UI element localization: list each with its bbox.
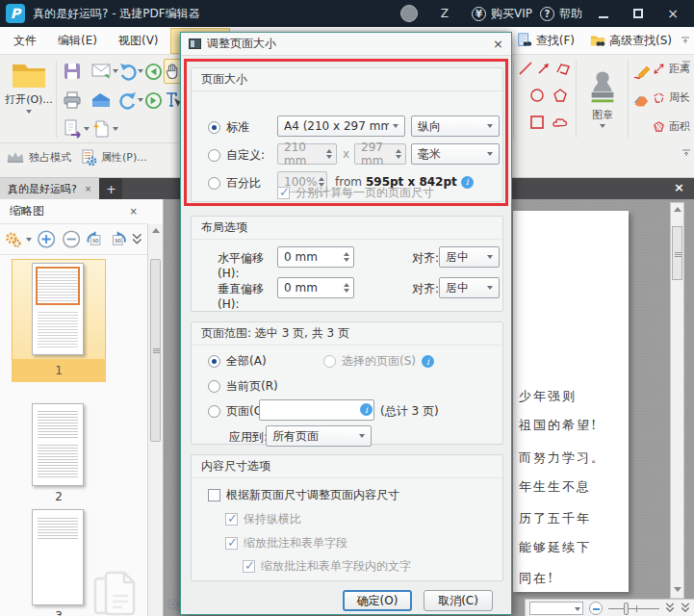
collapse-toolbar-icon[interactable] (681, 61, 691, 68)
orientation-select[interactable]: 纵向 (411, 116, 500, 137)
minimize-button[interactable] (590, 2, 617, 25)
unit-select[interactable]: 毫米 (411, 143, 500, 165)
all-pages-radio[interactable] (208, 355, 220, 368)
percent-radio[interactable] (208, 177, 220, 190)
standard-size-select[interactable]: A4 (210 x 297 mm) (277, 116, 405, 137)
close-document-icon[interactable]: × (674, 180, 684, 194)
collapse-panel-icon[interactable] (681, 37, 690, 44)
zoom-out-button[interactable] (589, 602, 603, 615)
scrollbar-thumb[interactable] (150, 259, 161, 442)
chevron-double-down-icon[interactable] (681, 603, 690, 613)
spinner-arrows-icon[interactable] (324, 149, 334, 159)
area-tool-button[interactable]: 面积 (653, 119, 690, 134)
spinner-arrows-icon[interactable] (342, 252, 351, 262)
document-page[interactable]: 少年强则 祖国的希望! 而努力学习。 年生生不息 历了五千年 能够延续下 同在! (513, 211, 629, 592)
hand-tool-button[interactable] (164, 59, 181, 84)
settings-gear-button[interactable] (166, 597, 181, 612)
spinner-arrows-icon[interactable] (394, 149, 403, 159)
print-button[interactable] (60, 88, 85, 113)
maximize-button[interactable] (625, 2, 652, 25)
page-thumbnail-2[interactable] (32, 403, 84, 486)
zoom-in-icon[interactable] (37, 229, 56, 249)
page-range-input[interactable] (259, 399, 374, 421)
open-button[interactable]: 打开(O)... (4, 59, 54, 141)
help-button[interactable]: ? 帮助 (540, 6, 582, 22)
cancel-button[interactable]: 取消(C) (424, 590, 493, 611)
document-tab[interactable]: 真的是好运吗? × (0, 178, 99, 199)
info-icon[interactable]: i (422, 355, 434, 368)
h-offset-spinner[interactable]: 0 mm (277, 246, 354, 268)
previous-view-button[interactable] (142, 59, 164, 84)
h-align-select[interactable]: 居中 (439, 246, 500, 268)
scan-button[interactable] (89, 88, 114, 113)
scroll-down-icon[interactable] (674, 587, 681, 592)
scale-annotations-checkbox[interactable] (225, 537, 238, 550)
rotate-left-icon[interactable]: 90 (86, 230, 104, 249)
exclusive-mode-button[interactable]: 独占模式 (6, 150, 71, 165)
ok-button[interactable]: 确定(O) (343, 590, 412, 611)
current-page-radio[interactable] (208, 380, 220, 393)
pages-radio[interactable] (208, 405, 220, 418)
export-button[interactable] (60, 116, 92, 141)
sidebar-scrollbar[interactable] (147, 224, 163, 616)
buy-vip-button[interactable]: ¥ 购买VIP (472, 6, 532, 22)
scale-text-checkbox[interactable] (243, 560, 255, 573)
menu-view[interactable]: 视图(V) (109, 28, 168, 54)
keep-ratio-checkbox[interactable] (225, 513, 238, 526)
standard-radio[interactable] (208, 121, 220, 134)
next-view-button[interactable] (142, 88, 164, 113)
apply-to-select[interactable]: 所有页面 (266, 425, 372, 447)
info-icon[interactable]: i (461, 176, 474, 189)
eraser-tool-button[interactable] (631, 89, 651, 114)
custom-width-spinner[interactable]: 210 mm (277, 143, 337, 165)
chevron-double-down-icon[interactable] (132, 233, 142, 245)
new-tab-button[interactable]: + (99, 178, 122, 199)
save-button[interactable] (60, 59, 85, 84)
zoom-slider[interactable] (608, 602, 659, 615)
chevron-down-icon[interactable] (26, 238, 32, 242)
document-scrollbar[interactable] (670, 202, 684, 599)
pencil-tool-button[interactable] (631, 60, 651, 85)
menu-file[interactable]: 文件 (4, 28, 46, 54)
per-page-checkbox[interactable] (277, 187, 290, 199)
user-name[interactable]: Z (441, 7, 449, 20)
custom-radio[interactable] (208, 149, 220, 162)
v-offset-spinner[interactable]: 0 mm (277, 277, 354, 298)
advanced-find-button[interactable]: 高级查找(S) (583, 33, 679, 49)
scroll-up-icon[interactable] (674, 207, 681, 212)
properties-button[interactable]: 属性(P)... (81, 149, 147, 167)
new-document-button[interactable] (89, 116, 121, 141)
selected-pages-radio[interactable] (323, 355, 336, 368)
chevron-double-down-icon[interactable] (665, 603, 675, 613)
spinner-arrows-icon[interactable] (342, 283, 351, 293)
page-thumbnail-1[interactable] (32, 263, 84, 355)
user-avatar[interactable] (400, 5, 418, 22)
menu-edit[interactable]: 编辑(E) (48, 28, 107, 54)
zoom-level-select[interactable] (529, 602, 583, 615)
collapse-toolbar-icon[interactable] (681, 149, 691, 157)
info-icon[interactable]: i (360, 403, 373, 416)
polygon-tool-button[interactable] (552, 87, 569, 104)
v-align-select[interactable]: 居中 (439, 277, 500, 298)
rectangle-tool-button[interactable] (528, 114, 546, 131)
rotate-right-icon[interactable]: 90 (109, 230, 127, 249)
scroll-up-icon[interactable] (152, 228, 160, 233)
page-thumbnail-3[interactable] (32, 509, 84, 605)
dialog-close-icon[interactable]: × (493, 37, 503, 51)
cloud-tool-button[interactable] (552, 114, 569, 131)
options-gear-icon[interactable] (5, 231, 21, 248)
line-tool-button[interactable] (517, 60, 534, 77)
arrow-tool-button[interactable] (535, 60, 553, 77)
select-text-button[interactable] (164, 88, 181, 113)
custom-height-spinner[interactable]: 297 mm (354, 143, 406, 165)
zoom-out-icon[interactable] (62, 229, 81, 249)
stamp-button[interactable]: 图章 (581, 59, 624, 140)
adjust-content-checkbox[interactable] (208, 489, 220, 501)
ellipse-tool-button[interactable] (528, 87, 546, 104)
polyline-tool-button[interactable] (554, 60, 572, 77)
find-button[interactable]: 查找(F) (510, 33, 581, 49)
tab-close-icon[interactable]: × (85, 184, 92, 193)
panel-close-icon[interactable]: × (130, 206, 138, 217)
close-button[interactable]: × (659, 2, 686, 25)
perimeter-tool-button[interactable]: 周长 (653, 90, 690, 105)
